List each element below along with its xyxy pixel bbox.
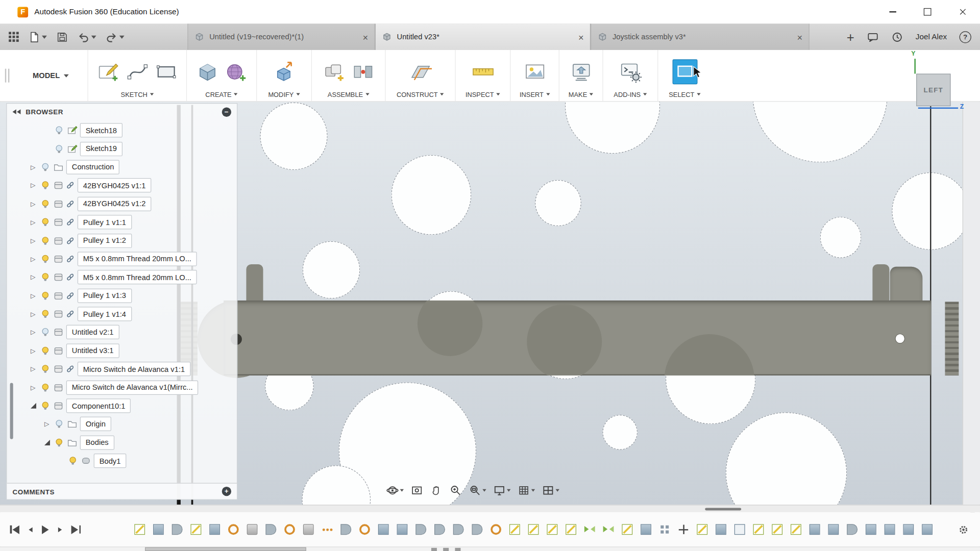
ribbon-group-label[interactable]: CONSTRUCT [397, 91, 444, 99]
timeline-feature-sketch[interactable] [134, 524, 145, 535]
timeline-feature-extrude[interactable] [641, 524, 651, 535]
timeline-feature-extrude[interactable] [885, 524, 895, 535]
browser-item[interactable]: ▷M5 x 0.8mm Thread 20mm LO... [7, 268, 237, 286]
browser-item[interactable]: Sketch19 [7, 140, 237, 158]
new-design-button[interactable] [28, 31, 47, 43]
timeline-feature-coil[interactable] [359, 524, 370, 535]
timeline-feature-revolve[interactable] [340, 524, 351, 535]
comments-bar[interactable]: COMMENTS + [7, 483, 237, 499]
collapse-panel-icon[interactable] [12, 109, 20, 114]
browser-item-label[interactable]: Body1 [94, 454, 127, 468]
browser-item[interactable]: ▷Pulley 1 v1:3 [7, 286, 237, 305]
carriage-tab-left[interactable] [246, 264, 263, 303]
expand-toggle-icon[interactable]: ▷ [31, 311, 41, 317]
ribbon-group-label[interactable]: SELECT [669, 91, 700, 99]
end-hole[interactable] [895, 334, 905, 344]
visibility-bulb-icon[interactable] [41, 236, 53, 245]
step-forward-button[interactable] [58, 527, 62, 532]
browser-scrollbar[interactable] [10, 383, 13, 439]
visibility-bulb-icon[interactable] [41, 383, 53, 392]
browser-item-label[interactable]: Sketch18 [80, 123, 122, 137]
timeline-feature-sketch[interactable] [547, 524, 557, 535]
browser-item[interactable]: ▷42BYGH0425 v1:2 [7, 195, 237, 213]
browser-item[interactable]: Sketch18 [7, 121, 237, 140]
browser-item-label[interactable]: M5 x 0.8mm Thread 20mm LO... [78, 270, 197, 284]
help-icon[interactable]: ? [960, 31, 971, 43]
horizontal-scrollbar[interactable] [0, 505, 980, 512]
play-button[interactable] [42, 525, 48, 534]
ribbon-group-label[interactable]: MODIFY [268, 91, 300, 99]
new-component-icon[interactable] [322, 59, 347, 84]
sketch-circle[interactable] [260, 103, 327, 170]
maximize-button[interactable] [910, 0, 945, 24]
visibility-bulb-icon[interactable] [41, 328, 53, 337]
timeline-feature-box[interactable] [734, 524, 745, 535]
sketch-circle[interactable] [752, 102, 887, 163]
expand-toggle-icon[interactable]: ▷ [31, 256, 41, 262]
timeline-feature-extrude[interactable] [903, 524, 914, 535]
browser-item-label[interactable]: Construction [66, 160, 120, 174]
create-solid-icon[interactable] [194, 59, 219, 84]
new-tab-button[interactable]: + [847, 30, 854, 43]
timeline-feature-pattern[interactable] [659, 524, 670, 535]
browser-item-label[interactable]: Component10:1 [66, 398, 131, 413]
timeline-feature-extrude[interactable] [810, 524, 820, 535]
create-form-icon[interactable] [224, 59, 249, 84]
minimize-button[interactable] [875, 0, 910, 24]
visibility-bulb-icon[interactable] [41, 291, 53, 300]
browser-item[interactable]: ▷Untitled v3:1 [7, 341, 237, 360]
sketch-circle[interactable] [726, 412, 847, 505]
comments-bubble-icon[interactable] [867, 31, 878, 43]
browser-item[interactable]: ▷Pulley 1 v1:1 [7, 213, 237, 231]
browser-item[interactable]: ▷Pulley 1 v1:4 [7, 305, 237, 323]
redo-button[interactable] [106, 31, 125, 43]
expand-toggle-icon[interactable] [31, 403, 41, 409]
zoom-window-icon[interactable] [469, 484, 486, 496]
visibility-bulb-icon[interactable] [68, 456, 80, 465]
tab-close-icon[interactable]: × [578, 32, 584, 41]
tab-close-icon[interactable]: × [362, 32, 368, 41]
sketch-circle[interactable] [391, 155, 472, 235]
timeline-feature-extrude[interactable] [397, 524, 408, 535]
timeline-feature-revolve[interactable] [847, 524, 857, 535]
browser-item-label[interactable]: 42BYGH0425 v1:1 [78, 178, 152, 192]
expand-toggle-icon[interactable]: ▷ [31, 384, 41, 391]
ribbon-group-label[interactable]: SKETCH [121, 91, 154, 99]
pan-icon[interactable] [430, 484, 442, 496]
canvas-icon[interactable] [522, 59, 547, 84]
ribbon-group-label[interactable]: MAKE [569, 91, 594, 99]
timeline-feature-coil[interactable] [491, 524, 501, 535]
timeline-feature-mirror[interactable] [603, 524, 614, 535]
browser-item-label[interactable]: Untitled v2:1 [66, 325, 119, 339]
make-3d-print-icon[interactable] [569, 59, 594, 84]
browser-item-label[interactable]: Pulley 1 v1:1 [78, 215, 132, 229]
visibility-bulb-icon[interactable] [55, 144, 67, 153]
go-to-end-button[interactable] [71, 525, 81, 534]
hscroll-thumb[interactable] [705, 508, 741, 511]
browser-item-label[interactable]: 42BYGH0425 v1:2 [78, 196, 152, 211]
visibility-bulb-icon[interactable] [55, 126, 67, 135]
sketch-circle[interactable] [303, 241, 360, 299]
visibility-bulb-icon[interactable] [55, 438, 67, 447]
browser-item[interactable]: ▷Construction [7, 158, 237, 177]
document-tab[interactable]: Untitled (v19~recovered)*(1)× [187, 24, 375, 50]
visibility-bulb-icon[interactable] [41, 401, 53, 410]
display-settings-icon[interactable] [493, 484, 510, 496]
sketch-circle[interactable] [820, 217, 862, 258]
timeline-feature-mirror[interactable] [584, 524, 595, 535]
timeline-feature-extrude[interactable] [378, 524, 389, 535]
construct-plane-icon[interactable] [408, 59, 433, 84]
timeline-feature-sketch[interactable] [509, 524, 520, 535]
browser-item-label[interactable]: Micro Switch de Alavanca v1(Mirrc... [66, 380, 199, 394]
joint-icon[interactable] [350, 59, 375, 84]
browser-item[interactable]: Body1 [7, 452, 237, 470]
browser-item-label[interactable]: Bodies [80, 435, 114, 449]
ribbon-group-label[interactable]: INSPECT [465, 91, 500, 99]
browser-item-label[interactable]: M5 x 0.8mm Thread 20mm LO... [78, 252, 197, 266]
ribbon-group-label[interactable]: ASSEMBLE [328, 91, 370, 99]
timeline-feature-sketch[interactable] [566, 524, 576, 535]
browser-item-label[interactable]: Origin [80, 417, 111, 431]
browser-item-label[interactable]: Pulley 1 v1:2 [78, 233, 132, 247]
rectangle-tool-icon[interactable] [154, 59, 179, 84]
apps-grid-icon[interactable] [9, 32, 19, 42]
